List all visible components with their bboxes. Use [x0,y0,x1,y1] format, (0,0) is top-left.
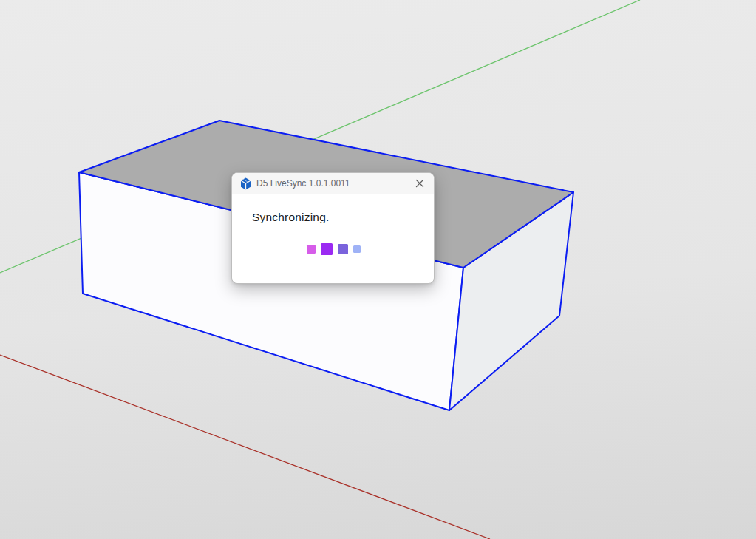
loader-square [353,245,361,253]
sketchup-viewport[interactable]: D5 LiveSync 1.0.1.0011 Synchronizing. [0,0,756,539]
sync-status-text: Synchronizing. [252,211,434,224]
close-icon [415,179,424,188]
loader-square [338,244,348,254]
dialog-title-bar[interactable]: D5 LiveSync 1.0.1.0011 [232,173,434,194]
loader-square [307,245,316,254]
close-button[interactable] [410,174,429,192]
d5-logo-icon [240,177,251,190]
dialog-body: Synchronizing. [232,194,434,255]
livesync-dialog: D5 LiveSync 1.0.1.0011 Synchronizing. [231,172,435,284]
sync-loader [232,243,435,255]
dialog-title: D5 LiveSync 1.0.1.0011 [256,178,410,189]
loader-square [321,243,333,255]
